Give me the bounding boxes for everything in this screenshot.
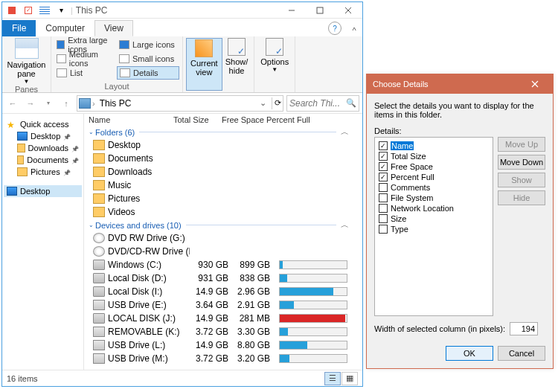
recent-dropdown[interactable]: ▾	[41, 96, 56, 111]
details-item[interactable]: ✓Name	[376, 141, 491, 151]
show-hide-button[interactable]: Show/ hide	[222, 38, 251, 91]
layout-large[interactable]: Large icons	[117, 38, 179, 51]
show-button[interactable]: Show	[498, 173, 545, 187]
checkbox[interactable]: ✓	[379, 152, 388, 161]
details-item[interactable]: Network Location	[376, 203, 491, 213]
folder-row[interactable]: Documents	[84, 152, 362, 165]
item-count: 16 items	[7, 374, 38, 383]
qat-properties-icon[interactable]	[5, 4, 19, 17]
folder-icon	[93, 180, 105, 190]
folder-row[interactable]: Desktop	[84, 138, 362, 152]
percent-full-bar	[279, 327, 347, 336]
tree-downloads[interactable]: Downloads	[4, 142, 82, 154]
ok-button[interactable]: OK	[446, 346, 493, 361]
close-button[interactable]	[334, 2, 362, 19]
checkbox[interactable]: ✓	[379, 173, 388, 181]
checkbox[interactable]: ✓	[379, 162, 388, 171]
checkbox[interactable]	[379, 193, 388, 202]
details-item[interactable]: File System	[376, 193, 491, 203]
layout-medium[interactable]: Medium icons	[54, 52, 117, 65]
qat-checkbox-icon[interactable]: ✓	[22, 4, 35, 17]
cancel-button[interactable]: Cancel	[498, 346, 545, 361]
forward-button[interactable]: →	[23, 96, 38, 111]
back-button[interactable]: ←	[5, 96, 20, 111]
drive-row[interactable]: USB Drive (M:)3.72 GB3.20 GB	[84, 352, 362, 365]
maximize-button[interactable]	[306, 2, 334, 19]
layout-list[interactable]: List	[54, 66, 117, 80]
navigation-pane-button[interactable]: Navigation pane ▼	[5, 38, 48, 85]
current-view-button[interactable]: Current view	[186, 38, 222, 91]
col-total-size[interactable]: Total Size	[173, 115, 222, 124]
group-folders[interactable]: ⌄ Folders (6)︿	[84, 126, 362, 138]
ribbon-collapse-icon[interactable]: ^	[346, 26, 362, 35]
address-dropdown-icon[interactable]: ⌄	[256, 98, 269, 108]
folder-row[interactable]: Downloads	[84, 165, 362, 179]
choose-details-dialog: Choose Details Select the details you wa…	[366, 74, 554, 369]
drive-row[interactable]: Local Disk (I:)14.9 GB2.96 GB	[84, 285, 362, 298]
tree-documents[interactable]: Documents	[4, 154, 82, 166]
search-input[interactable]	[289, 98, 340, 109]
details-list[interactable]: ✓Name✓Total Size✓Free Space✓Percent Full…	[374, 137, 493, 316]
move-up-button[interactable]: Move Up	[498, 137, 545, 152]
drive-row[interactable]: LOCAL DISK (J:)14.9 GB281 MB	[84, 312, 362, 325]
group-drives[interactable]: ⌄ Devices and drives (10)︿	[84, 219, 362, 231]
folder-row[interactable]: Pictures	[84, 192, 362, 205]
folder-row[interactable]: Music	[84, 179, 362, 192]
ribbon-help-icon[interactable]: ?	[328, 22, 341, 35]
up-button[interactable]: ↑	[59, 96, 74, 111]
tree-desktop-2[interactable]: Desktop	[4, 185, 82, 197]
details-item[interactable]: Type	[376, 224, 491, 234]
drive-row[interactable]: REMOVABLE (K:)3.72 GB3.30 GB	[84, 325, 362, 338]
qat-dropdown-icon[interactable]: ▾	[54, 4, 68, 17]
layout-details[interactable]: Details	[117, 66, 179, 80]
tab-view[interactable]: View	[94, 20, 133, 36]
details-item[interactable]: ✓Total Size	[376, 151, 491, 161]
refresh-icon[interactable]: ⟳	[275, 98, 281, 108]
folder-icon	[93, 193, 105, 204]
qat-menu-icon[interactable]	[38, 4, 51, 17]
col-percent-full[interactable]: Percent Full	[266, 115, 362, 124]
tree-pictures[interactable]: Pictures	[4, 166, 82, 178]
drive-row[interactable]: DVD/CD-RW Drive (H:)	[84, 245, 362, 258]
percent-full-bar	[279, 274, 347, 283]
col-name[interactable]: Name	[89, 115, 173, 124]
drive-row[interactable]: USB Drive (L:)14.9 GB8.80 GB	[84, 338, 362, 352]
move-down-button[interactable]: Move Down	[498, 155, 545, 170]
details-item[interactable]: Comments	[376, 182, 491, 193]
hide-button[interactable]: Hide	[498, 190, 545, 205]
tree-desktop[interactable]: Desktop	[4, 130, 82, 142]
drive-row[interactable]: Windows (C:)930 GB899 GB	[84, 258, 362, 271]
drive-icon	[93, 273, 105, 283]
view-details-toggle[interactable]: ☰	[324, 372, 341, 385]
checkbox[interactable]	[379, 214, 388, 223]
file-list: Name Total Size Free Space Percent Full …	[84, 114, 362, 370]
tree-quick-access[interactable]: Quick access	[4, 118, 82, 130]
checkbox[interactable]: ✓	[379, 141, 388, 150]
dialog-close-button[interactable]	[523, 74, 547, 94]
details-item[interactable]: ✓Free Space	[376, 161, 491, 172]
checkbox[interactable]	[379, 183, 388, 192]
drive-row[interactable]: Local Disk (D:)931 GB838 GB	[84, 271, 362, 285]
details-item[interactable]: Size	[376, 213, 491, 224]
folder-icon	[17, 155, 24, 164]
checkbox[interactable]	[379, 204, 388, 213]
drive-icon	[93, 246, 105, 257]
drive-row[interactable]: USB Drive (E:)3.64 GB2.91 GB	[84, 298, 362, 312]
details-item[interactable]: ✓Percent Full	[376, 172, 491, 182]
folder-row[interactable]: Videos	[84, 205, 362, 219]
width-input[interactable]	[510, 322, 538, 335]
percent-full-bar	[279, 260, 347, 269]
address-input[interactable]: › This PC ⌄ ⟳	[77, 95, 283, 112]
options-button[interactable]: Options ▼	[257, 38, 292, 73]
drive-icon	[93, 300, 105, 310]
drive-row[interactable]: DVD RW Drive (G:)	[84, 231, 362, 245]
layout-small[interactable]: Small icons	[117, 52, 179, 65]
col-free-space[interactable]: Free Space	[222, 115, 266, 124]
checkbox[interactable]	[379, 225, 388, 234]
options-icon	[266, 38, 283, 56]
minimize-button[interactable]	[278, 2, 306, 19]
search-box[interactable]: 🔍	[286, 95, 359, 112]
tab-computer[interactable]: Computer	[36, 20, 94, 36]
view-icons-toggle[interactable]: ▦	[341, 372, 358, 385]
tab-file[interactable]: File	[2, 20, 36, 36]
